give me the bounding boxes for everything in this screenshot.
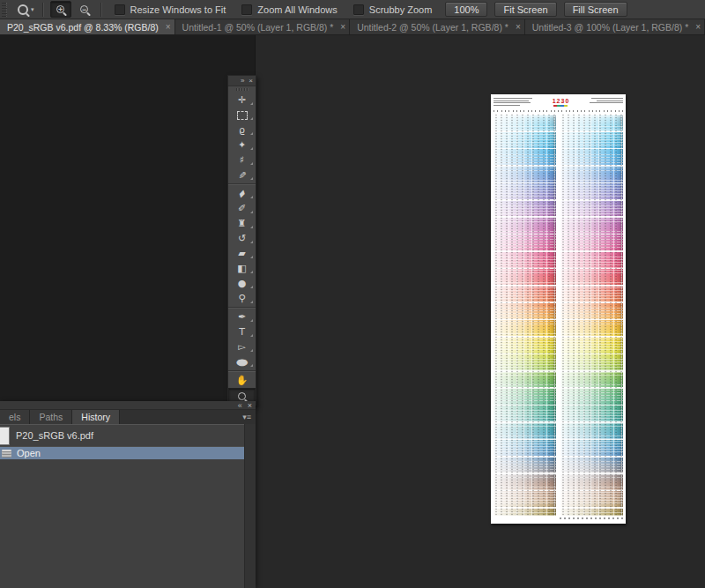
checkbox-zoom-all-windows[interactable]: Zoom All Windows	[241, 4, 337, 15]
chart-header-text-right	[588, 97, 623, 103]
tools-palette-grip[interactable]	[228, 86, 256, 93]
panel-tab-els[interactable]: els	[0, 410, 30, 424]
dodge-tool-icon: ⚲	[238, 294, 245, 303]
checkbox-box[interactable]	[115, 4, 125, 15]
move-tool-icon: ✛	[238, 95, 246, 105]
close-tab-icon[interactable]: ×	[695, 22, 701, 32]
move-tool[interactable]: ✛	[228, 93, 256, 108]
dodge-tool[interactable]: ⚲	[228, 291, 256, 306]
panel-dock-gutter[interactable]	[244, 424, 256, 588]
magic-wand-tool[interactable]: ✦	[228, 138, 256, 153]
panel-tab-paths[interactable]: Paths	[30, 410, 72, 424]
history-snapshot-row[interactable]: P20_sRGB v6.pdf	[0, 425, 244, 447]
document-tab-label: Untitled-1 @ 50% (Layer 1, RGB/8) *	[182, 22, 334, 33]
snapshot-thumbnail	[0, 427, 10, 445]
tools-palette-header: » ×	[228, 76, 256, 86]
panel-tab-history[interactable]: History	[72, 410, 120, 424]
tools-separator	[228, 370, 256, 372]
options-bar: ▾ + − Resize Windows to FitZoom All Wind…	[0, 0, 705, 19]
history-list: P20_sRGB v6.pdf Open	[0, 424, 244, 588]
history-entry-open[interactable]: Open	[0, 447, 244, 459]
document-tab-4[interactable]: Untitled-3 @ 100% (Layer 1, RGB/8) *×	[525, 19, 705, 34]
pen-tool-icon: ✒	[238, 312, 246, 322]
options-bar-grip[interactable]	[2, 3, 7, 17]
path-selection-tool[interactable]: ▻	[228, 339, 256, 354]
zoom-in-button[interactable]: +	[50, 1, 71, 18]
checkbox-label: Resize Windows to Fit	[130, 4, 226, 15]
document-tab-label: P20_sRGB v6.pdf @ 8.33% (RGB/8)	[7, 22, 159, 33]
zoom-value-button[interactable]: 100%	[445, 2, 487, 17]
close-tab-icon[interactable]: ×	[340, 22, 345, 32]
document-tab-label: Untitled-2 @ 50% (Layer 1, RGB/8) *	[357, 22, 508, 33]
zoom-tool-icon	[238, 392, 246, 400]
close-panel-icon[interactable]: ×	[249, 78, 253, 85]
document-tab-1[interactable]: P20_sRGB v6.pdf @ 8.33% (RGB/8)×	[0, 19, 175, 34]
chart-header-text-left	[494, 97, 534, 106]
crop-tool-icon: ♯	[240, 155, 244, 165]
checkbox-resize-windows-to-fit[interactable]: Resize Windows to Fit	[115, 4, 226, 15]
fit-screen-button[interactable]: Fit Screen	[494, 2, 556, 17]
current-tool-preview[interactable]: ▾	[14, 3, 38, 17]
chart-footer	[494, 516, 623, 521]
gradient-tool[interactable]: ◧	[228, 261, 256, 276]
eraser-tool[interactable]: ▰	[228, 246, 256, 261]
magic-wand-tool-icon: ✦	[238, 140, 246, 150]
document-tab-3[interactable]: Untitled-2 @ 50% (Layer 1, RGB/8) *×	[350, 19, 525, 34]
canvas-workspace: 1230 » × ✛ϱ✦♯✎▰✐♜↺▰◧●⚲✒T▻●✋ « × elsP	[0, 35, 705, 588]
tools-separator	[228, 183, 256, 185]
type-tool-icon: T	[239, 327, 245, 337]
tools-separator	[228, 307, 256, 309]
clone-stamp-tool[interactable]: ♜	[228, 216, 256, 231]
hand-tool-icon: ✋	[236, 376, 249, 385]
gradient-tool-icon: ◧	[237, 264, 246, 273]
hand-tool[interactable]: ✋	[228, 373, 256, 388]
type-tool[interactable]: T	[228, 324, 256, 339]
document-tab-label: Untitled-3 @ 100% (Layer 1, RGB/8) *	[532, 22, 689, 33]
chart-header: 1230	[494, 97, 623, 108]
brush-tool[interactable]: ✐	[228, 201, 256, 216]
checkbox-label: Zoom All Windows	[257, 4, 337, 15]
blur-tool[interactable]: ●	[228, 276, 256, 291]
chart-patch-grid	[494, 114, 623, 516]
separator	[42, 3, 44, 17]
eyedropper-tool[interactable]: ✎	[228, 167, 256, 182]
eyedropper-tool-icon: ✎	[237, 171, 247, 179]
panel-menu-icon[interactable]: ▾≡	[242, 410, 256, 424]
fill-screen-button[interactable]: Fill Screen	[564, 2, 627, 17]
history-entry-label: Open	[17, 448, 41, 458]
separator	[100, 3, 102, 17]
checkbox-scrubby-zoom[interactable]: Scrubby Zoom	[353, 4, 433, 15]
shape-tool[interactable]: ●	[228, 354, 256, 369]
collapse-panel-icon[interactable]: »	[241, 78, 244, 85]
marquee-tool[interactable]	[228, 108, 256, 123]
chart-logo: 1230	[553, 97, 570, 107]
crop-tool[interactable]: ♯	[228, 153, 256, 167]
document-tab-2[interactable]: Untitled-1 @ 50% (Layer 1, RGB/8) *×	[175, 19, 351, 34]
snapshot-label: P20_sRGB v6.pdf	[16, 430, 93, 441]
close-tab-icon[interactable]: ×	[166, 22, 171, 32]
healing-brush-tool[interactable]: ▰	[228, 186, 256, 201]
brush-tool-icon: ✐	[238, 204, 246, 213]
history-panel: « × elsPathsHistory▾≡ P20_sRGB v6.pdf Op…	[0, 401, 256, 588]
lasso-tool[interactable]: ϱ	[228, 123, 256, 138]
tools-palette: » × ✛ϱ✦♯✎▰✐♜↺▰◧●⚲✒T▻●✋	[227, 75, 256, 406]
document-canvas-page[interactable]: 1230	[491, 94, 626, 524]
close-tab-icon[interactable]: ×	[516, 22, 521, 32]
history-panel-header: « ×	[0, 401, 256, 410]
marquee-tool-icon	[237, 111, 248, 120]
document-tab-bar: P20_sRGB v6.pdf @ 8.33% (RGB/8)×Untitled…	[0, 19, 705, 35]
history-panel-tabs: elsPathsHistory▾≡	[0, 410, 256, 424]
history-brush-tool[interactable]: ↺	[228, 231, 256, 246]
path-selection-tool-icon: ▻	[238, 342, 245, 352]
pen-tool[interactable]: ✒	[228, 309, 256, 324]
history-state-icon	[2, 450, 11, 458]
eraser-tool-icon: ▰	[238, 249, 245, 258]
lasso-tool-icon: ϱ	[239, 125, 245, 135]
zoom-tool-icon	[18, 4, 28, 15]
chart-column-right	[560, 114, 623, 516]
chart-column-left	[494, 114, 556, 516]
checkbox-box[interactable]	[241, 4, 252, 15]
checkbox-box[interactable]	[353, 4, 364, 15]
history-brush-tool-icon: ↺	[238, 234, 246, 243]
zoom-out-button[interactable]: −	[75, 2, 94, 17]
